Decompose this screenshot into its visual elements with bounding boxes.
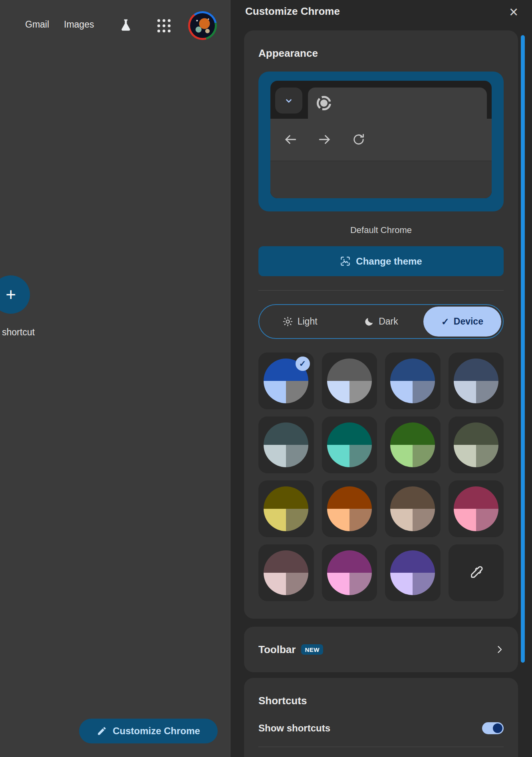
change-theme-label: Change theme bbox=[356, 256, 422, 267]
divider bbox=[258, 747, 504, 747]
image-icon bbox=[340, 256, 351, 267]
theme-swatch-slate[interactable] bbox=[449, 353, 504, 409]
theme-swatch-teal-grey[interactable] bbox=[258, 416, 314, 473]
swatch-color-circle bbox=[390, 486, 435, 531]
mode-option-light[interactable]: Light bbox=[261, 307, 339, 337]
mode-option-label: Dark bbox=[379, 316, 398, 327]
show-shortcuts-row: Show shortcuts bbox=[258, 722, 504, 734]
check-icon: ✓ bbox=[441, 316, 449, 327]
swatch-color-circle bbox=[327, 550, 372, 595]
pencil-icon bbox=[97, 726, 107, 736]
swatch-color-circle bbox=[454, 359, 498, 403]
theme-preview[interactable] bbox=[258, 72, 504, 211]
plus-icon: + bbox=[6, 285, 16, 305]
theme-swatch-mauve[interactable] bbox=[258, 544, 314, 601]
panel-scrollbar[interactable] bbox=[521, 35, 525, 663]
preview-page-content bbox=[270, 161, 492, 198]
tab-search-button bbox=[275, 88, 302, 114]
swatch-color-circle bbox=[264, 486, 308, 531]
change-theme-button[interactable]: Change theme bbox=[258, 246, 504, 276]
divider bbox=[258, 290, 504, 291]
mode-option-device[interactable]: ✓ Device bbox=[423, 307, 501, 337]
selected-check-badge: ✓ bbox=[296, 357, 310, 371]
mode-option-label: Light bbox=[298, 316, 318, 327]
panel-title: Customize Chrome bbox=[245, 5, 340, 18]
theme-swatch-rose[interactable] bbox=[449, 480, 504, 537]
customize-chrome-button-label: Customize Chrome bbox=[113, 725, 200, 737]
swatch-color-circle bbox=[327, 359, 372, 403]
theme-swatch-grey[interactable] bbox=[322, 353, 377, 409]
appearance-card: Appearance bbox=[244, 30, 518, 619]
theme-swatch-taupe[interactable] bbox=[385, 480, 441, 537]
toolbar-row-label: Toolbar bbox=[258, 643, 296, 656]
chevron-down-icon bbox=[284, 96, 294, 106]
appearance-heading: Appearance bbox=[258, 47, 504, 60]
google-apps-button[interactable] bbox=[155, 16, 173, 35]
preview-tab bbox=[308, 88, 487, 119]
search-labs-button[interactable] bbox=[117, 16, 135, 35]
screen: Gmail Images + shortcut Customize Chrome bbox=[0, 0, 532, 757]
customize-chrome-panel: Customize Chrome × Appearance bbox=[230, 0, 532, 757]
swatch-color-circle bbox=[390, 359, 435, 403]
theme-swatch-violet[interactable] bbox=[385, 544, 441, 601]
toggle-knob bbox=[493, 723, 502, 733]
profile-avatar[interactable] bbox=[188, 11, 217, 40]
images-link[interactable]: Images bbox=[64, 19, 94, 30]
chrome-logo-icon bbox=[317, 96, 331, 110]
close-panel-button[interactable]: × bbox=[505, 3, 522, 21]
back-arrow-icon bbox=[282, 131, 299, 148]
shortcuts-card: Shortcuts Show shortcuts bbox=[244, 678, 518, 757]
chevron-right-icon bbox=[494, 644, 505, 655]
show-shortcuts-toggle[interactable] bbox=[482, 722, 504, 734]
flask-icon bbox=[119, 18, 133, 33]
customize-chrome-button[interactable]: Customize Chrome bbox=[79, 719, 218, 743]
theme-swatch-magenta[interactable] bbox=[322, 544, 377, 601]
swatch-color-circle bbox=[327, 422, 372, 467]
theme-swatch-orange[interactable] bbox=[322, 480, 377, 537]
theme-swatch-sage[interactable] bbox=[449, 416, 504, 473]
mode-option-dark[interactable]: Dark bbox=[342, 307, 420, 337]
new-badge: NEW bbox=[301, 644, 323, 655]
preview-toolbar bbox=[270, 119, 492, 161]
new-tab-page: Gmail Images + shortcut Customize Chrome bbox=[0, 0, 230, 757]
reload-icon bbox=[350, 131, 367, 148]
custom-color-picker-tile[interactable] bbox=[449, 544, 504, 601]
theme-swatch-cool-blue[interactable] bbox=[385, 353, 441, 409]
add-shortcut-button[interactable]: + bbox=[0, 275, 30, 314]
color-mode-segmented-control: Light Dark ✓ Device bbox=[258, 304, 504, 339]
mode-option-label: Device bbox=[454, 316, 483, 327]
sun-icon bbox=[282, 316, 293, 327]
apps-grid-icon bbox=[157, 19, 171, 32]
gmail-link[interactable]: Gmail bbox=[25, 19, 49, 30]
swatch-color-circle bbox=[454, 422, 498, 467]
swatch-color-circle bbox=[264, 550, 308, 595]
theme-preview-browser bbox=[270, 81, 492, 198]
show-shortcuts-label: Show shortcuts bbox=[258, 723, 330, 734]
theme-swatch-olive[interactable] bbox=[258, 480, 314, 537]
theme-swatch-blue[interactable]: ✓ bbox=[258, 353, 314, 409]
theme-swatch-green[interactable] bbox=[385, 416, 441, 473]
swatch-color-circle bbox=[327, 486, 372, 531]
close-icon: × bbox=[509, 4, 518, 20]
shortcuts-heading: Shortcuts bbox=[258, 695, 504, 707]
toolbar-settings-row[interactable]: Toolbar NEW bbox=[244, 627, 518, 672]
forward-arrow-icon bbox=[316, 131, 333, 148]
theme-swatch-aqua[interactable] bbox=[322, 416, 377, 473]
eyedropper-icon bbox=[468, 564, 484, 581]
swatch-color-circle bbox=[390, 422, 435, 467]
moon-icon bbox=[364, 317, 374, 327]
swatch-color-circle bbox=[264, 422, 308, 467]
avatar-image bbox=[190, 13, 215, 38]
add-shortcut-label: shortcut bbox=[2, 327, 35, 338]
swatch-color-circle bbox=[390, 550, 435, 595]
theme-color-grid: ✓ bbox=[258, 353, 504, 601]
swatch-color-circle bbox=[454, 486, 498, 531]
current-theme-name: Default Chrome bbox=[258, 225, 504, 235]
